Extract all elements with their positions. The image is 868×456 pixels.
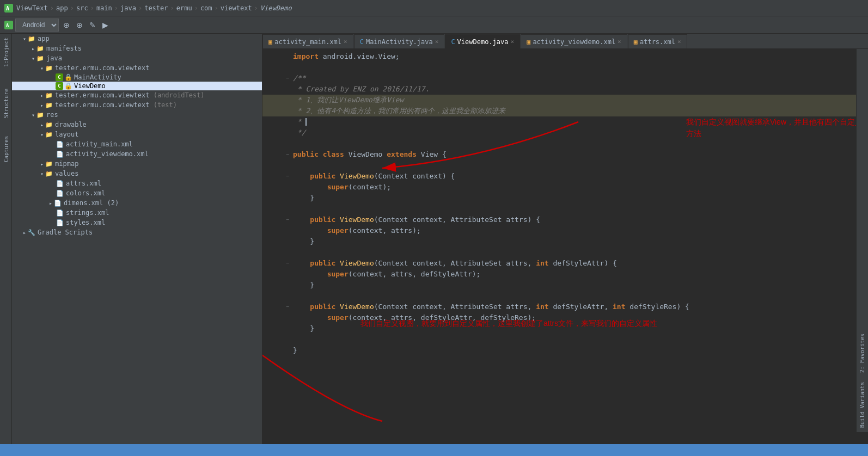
code-line-constructor1-super: super(context); [262,182,868,193]
tree-item-dimens-xml[interactable]: 📄 dimens.xml (2) [12,198,262,208]
code-line-constructor4-super: super(context, attrs, defStyleAttr, defS… [262,312,868,323]
svg-text:A: A [6,5,9,11]
run-button[interactable]: ▶ [100,20,111,30]
label-java: java [46,54,62,62]
tab-close-viewdemo[interactable]: × [511,38,515,45]
app-icon: A [4,4,13,13]
arrow-package-androidtest [40,93,44,98]
tab-label-viewdemo: ViewDemo.java [457,38,509,46]
tree-item-strings-xml[interactable]: 📄 strings.xml [12,208,262,218]
code-line-constructor4-decl: − public ViewDemo(Context context, Attri… [262,301,868,312]
code-editor[interactable]: import android.view.View; − /** * Create… [262,49,868,444]
label-package-main: tester.ermu.com.viewtext [55,64,149,72]
xml-icon-activity-main: 📄 [56,140,64,149]
tree-item-activity-main-xml[interactable]: 📄 activity_main.xml [12,139,262,149]
tree-item-drawable[interactable]: 📁 drawable [12,120,262,130]
tab-mainactivity-java[interactable]: C MainActivity.java × [354,34,445,48]
arrow-java [32,56,35,61]
tree-item-res[interactable]: 📁 res [12,110,262,120]
tree-item-mainactivity[interactable]: C 🔒 MainActivity [12,73,262,82]
label-activity-main-xml: activity_main.xml [66,140,133,148]
xml-icon-strings: 📄 [56,208,64,217]
toolbar: A Android ⊕ ⊕ ✎ ▶ [0,16,868,34]
folder-icon-mipmap: 📁 [45,159,53,168]
svg-text:A: A [6,23,9,28]
arrow-app [23,36,26,42]
project-icon[interactable]: 1:Project [1,36,11,69]
tab-close-mainactivity[interactable]: × [435,38,439,45]
structure-icon[interactable]: Structure [1,87,11,120]
tab-viewdemo-java[interactable]: C ViewDemo.java × [445,34,520,48]
tree-item-package-androidtest[interactable]: 📁 tester.ermu.com.viewtext (androidTest) [12,90,262,100]
tree-item-activity-viewdemo-xml[interactable]: 📄 activity_viewdemo.xml [12,149,262,159]
tab-icon-mainactivity: C [360,38,364,46]
tree-item-package-main[interactable]: 📁 tester.ermu.com.viewtext [12,63,262,73]
code-line-javadoc-star: * [262,116,868,127]
favorites-icon[interactable]: 2: Favorites [858,329,866,377]
code-line-javadoc-2: * 2、他有4个构造方法，我们常用的有两个，这里我全部添加进来 [262,106,868,116]
tab-activity-main-xml[interactable]: ▣ activity_main.xml × [262,34,353,48]
lock-icon-mainactivity: 🔒 [64,73,72,81]
tree-item-viewdemo[interactable]: C 🔒 ViewDemo [12,82,262,90]
code-line-class-end: } [262,345,868,356]
folder-icon-package-androidtest: 📁 [45,91,53,100]
label-values: values [55,170,78,177]
tab-label-attrs: attrs.xml [640,38,675,46]
tree-item-app[interactable]: 📁 app [12,34,262,44]
edit-button[interactable]: ✎ [87,20,98,30]
tree-item-gradle[interactable]: 🔧 Gradle Scripts [12,227,262,237]
xml-icon-colors: 📄 [56,189,64,198]
label-attrs-xml: attrs.xml [66,180,101,187]
tab-icon-attrs: ▣ [634,38,638,46]
tree-item-colors-xml[interactable]: 📄 colors.xml [12,188,262,198]
tree-item-styles-xml[interactable]: 📄 styles.xml [12,218,262,227]
folder-icon-app: 📁 [27,34,36,43]
arrow-gradle [23,230,26,236]
arrow-res [32,112,35,118]
xml-icon-attrs: 📄 [56,179,64,188]
build-variants-icon[interactable]: Build Variants [858,378,866,432]
tab-activity-viewdemo-xml[interactable]: ▣ activity_viewdemo.xml × [521,34,627,48]
label-colors-xml: colors.xml [66,189,105,197]
arrow-dimens-xml [49,200,52,206]
captures-icon[interactable]: Captures [1,133,11,165]
code-line-import: import android.view.View; [262,51,868,62]
main-area: 1:Project Structure Captures 📁 app 📁 man… [0,34,868,444]
tab-label-activity-main: activity_main.xml [274,38,341,46]
tab-close-attrs[interactable]: × [677,38,681,45]
arrow-mipmap [40,161,44,167]
tab-attrs-xml[interactable]: ▣ attrs.xml × [628,34,687,48]
lock-icon-viewdemo: 🔒 [64,82,72,90]
statusbar [0,444,868,456]
tab-close-activity-main[interactable]: × [344,38,347,45]
tab-close-activity-viewdemo[interactable]: × [618,38,621,45]
tree-item-manifests[interactable]: 📁 manifests [12,44,262,53]
code-line-javadoc-start: − /** [262,73,868,84]
code-line-constructor1-decl: − public ViewDemo(Context context) { [262,171,868,182]
refresh-button[interactable]: ⊕ [74,20,85,30]
tree-item-mipmap[interactable]: 📁 mipmap [12,159,262,169]
code-line-blank5 [262,247,868,258]
tree-item-layout[interactable]: 📁 layout [12,130,262,139]
folder-icon-package-test: 📁 [45,101,53,109]
code-line-constructor3-decl: − public ViewDemo(Context context, Attri… [262,258,868,269]
android-icon: A [4,21,13,29]
label-drawable: drawable [55,121,87,128]
label-layout: layout [55,131,78,138]
tree-item-values[interactable]: 📁 values [12,169,262,178]
arrow-drawable [40,122,44,128]
xml-icon-dimens: 📄 [53,199,62,207]
sync-button[interactable]: ⊕ [61,20,72,30]
breadcrumb: ViewText › app › src › main › java › tes… [16,4,292,12]
editor-tabs: ▣ activity_main.xml × C MainActivity.jav… [262,34,868,49]
java-c-icon-viewdemo: C [56,82,63,90]
tree-item-java[interactable]: 📁 java [12,53,262,63]
code-line-blank6 [262,291,868,301]
code-line-constructor3-super: super(context, attrs, defStyleAttr); [262,269,868,280]
folder-icon-values: 📁 [45,169,53,178]
tab-icon-viewdemo: C [451,38,455,46]
tree-item-package-test[interactable]: 📁 tester.ermu.com.viewtext (test) [12,100,262,110]
tree-item-attrs-xml[interactable]: 📄 attrs.xml [12,178,262,188]
android-selector[interactable]: Android [15,19,59,32]
folder-icon-layout: 📁 [45,130,53,139]
